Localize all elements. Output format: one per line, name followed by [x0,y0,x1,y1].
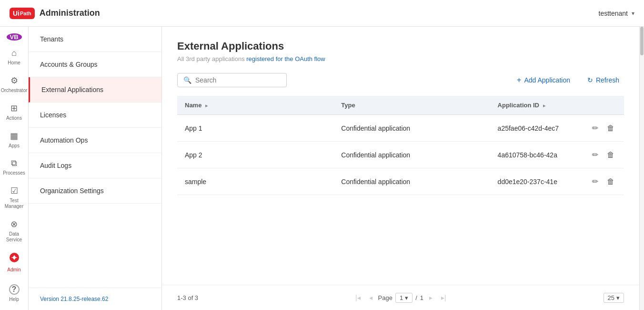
sidebar-item-test-manager[interactable]: ☑ Test Manager [0,181,28,214]
delete-button-1[interactable]: 🗑 [605,122,616,134]
tenants-label: Tenants [40,35,63,43]
content-area: External Applications All 3rd party appl… [162,27,639,310]
page-first-button[interactable]: |◂ [352,292,363,303]
logo-ui-text: Ui [13,10,20,17]
row-3-actions: dd0e1e20-237c-41e ✏ 🗑 [498,175,616,188]
page-subtitle: All 3rd party applications registered fo… [177,55,624,62]
appid-value-2: 4a610758-bc46-42a [498,151,585,159]
admin-label: Admin [7,267,20,273]
cell-name-3: sample [177,168,333,195]
subtitle-link-text: registered for the OAuth flow [246,55,325,62]
licenses-label: Licenses [40,111,66,119]
edit-button-2[interactable]: ✏ [590,148,600,161]
logo-box: Ui Path [10,8,35,19]
avatar[interactable]: VB [7,33,22,41]
refresh-button[interactable]: ↻ Refresh [583,73,624,87]
version-number: 21.8.25-release.62 [60,296,108,302]
search-box[interactable]: 🔍 [177,73,287,87]
sidebar-nav-tenants[interactable]: Tenants [29,27,161,52]
applications-table: Name ▸ Type Application ID ▸ [177,96,624,195]
cell-appid-2: 4a610758-bc46-42a ✏ 🗑 [490,142,624,168]
page-total: 1 [420,294,423,301]
cell-appid-3: dd0e1e20-237c-41e ✏ 🗑 [490,168,624,195]
refresh-icon: ↻ [587,76,593,84]
cell-appid-1: a25fae06-c42d-4ec7 ✏ 🗑 [490,115,624,142]
sidebar-nav-audit-logs[interactable]: Audit Logs [29,153,161,178]
page-next-button[interactable]: ▸ [426,292,435,303]
delete-button-2[interactable]: 🗑 [605,149,616,161]
sidebar-nav-organization-settings[interactable]: Organization Settings [29,178,161,204]
col-app-id-label: Application ID [498,102,539,109]
add-application-button[interactable]: + Add Application [512,73,575,87]
sidebar-nav-accounts-groups[interactable]: Accounts & Groups [29,52,161,77]
sidebar-nav-external-applications[interactable]: External Applications [29,77,161,103]
organization-settings-label: Organization Settings [40,187,104,195]
col-name[interactable]: Name ▸ [177,96,333,115]
sidebar-item-admin[interactable]: Admin [0,248,28,278]
row-1-actions: a25fae06-c42d-4ec7 ✏ 🗑 [498,122,616,134]
sidebar-item-processes[interactable]: ⧉ Processes [0,154,28,181]
delete-button-3[interactable]: 🗑 [605,176,616,188]
page-title: External Applications [177,40,624,52]
toolbar-right: + Add Application ↻ Refresh [512,73,624,87]
app-header: Ui Path Administration testtenant ▾ [0,0,644,27]
sidebar-item-actions[interactable]: ⊞ Actions [0,98,28,126]
sidebar-item-apps[interactable]: ▦ Apps [0,126,28,154]
automation-ops-label: Automation Ops [40,136,88,144]
cell-type-2: Confidential application [333,142,490,168]
sidebar-nav-automation-ops[interactable]: Automation Ops [29,128,161,153]
test-manager-icon: ☑ [10,186,18,196]
page-dropdown-icon: ▾ [405,294,408,301]
icon-nav: VB ⌂ Home ⚙ Orchestrator ⊞ Actions ▦ App… [0,27,29,310]
processes-label: Processes [3,170,25,176]
content-inner: External Applications All 3rd party appl… [162,27,639,285]
search-input[interactable] [195,76,281,84]
per-page-chevron: ▾ [616,294,620,301]
actions-label: Actions [6,115,22,121]
home-label: Home [8,60,20,66]
page-prev-button[interactable]: ◂ [366,292,375,303]
sidebar-nav-licenses[interactable]: Licenses [29,103,161,128]
refresh-button-label: Refresh [596,76,619,84]
edit-button-3[interactable]: ✏ [590,175,600,188]
tenant-chevron: ▾ [632,10,634,17]
sort-arrow-name: ▸ [205,103,208,108]
tenant-name: testtenant [599,10,628,17]
sidebar-item-home[interactable]: ⌂ Home [0,43,28,71]
sidebar-item-data-service[interactable]: ⊗ Data Service [0,214,28,248]
per-page-select[interactable]: 25 ▾ [604,293,624,303]
page-last-button[interactable]: ▸| [438,292,449,303]
help-icon: ? [9,284,20,295]
table-body: App 1 Confidential application a25fae06-… [177,115,624,195]
logo-path-text: Path [20,10,31,16]
audit-logs-label: Audit Logs [40,162,71,169]
scroll-thumb[interactable] [640,27,644,55]
orchestrator-icon: ⚙ [10,75,18,86]
actions-icon: ⊞ [10,103,18,114]
pagination-controls: |◂ ◂ Page 1 ▾ / 1 ▸ ▸| [352,292,449,303]
home-icon: ⌂ [11,48,17,58]
cell-type-3: Confidential application [333,168,490,195]
add-button-label: Add Application [524,76,570,84]
sidebar-item-help[interactable]: ? Help [0,279,28,307]
edit-button-1[interactable]: ✏ [590,122,600,134]
avatar-initials: VB [10,33,18,41]
main-layout: VB ⌂ Home ⚙ Orchestrator ⊞ Actions ▦ App… [0,27,644,310]
tenant-selector[interactable]: testtenant ▾ [599,10,635,17]
page-current: 1 [400,294,403,301]
logo-inner: Ui Path [13,10,31,17]
right-scrollbar[interactable] [639,27,644,310]
cell-name-2: App 2 [177,142,333,168]
test-manager-label: Test Manager [2,198,26,209]
search-icon: 🔍 [183,76,191,84]
per-page-value: 25 [608,294,614,301]
processes-icon: ⧉ [11,158,17,168]
col-app-id[interactable]: Application ID ▸ [490,96,624,115]
table-row: App 2 Confidential application 4a610758-… [177,142,624,168]
data-service-label: Data Service [2,231,26,243]
page-label: Page [378,294,392,301]
external-applications-label: External Applications [41,86,103,93]
orchestrator-label: Orchestrator [1,88,28,93]
page-number-select[interactable]: 1 ▾ [395,293,413,303]
sidebar-item-orchestrator[interactable]: ⚙ Orchestrator [0,71,28,98]
